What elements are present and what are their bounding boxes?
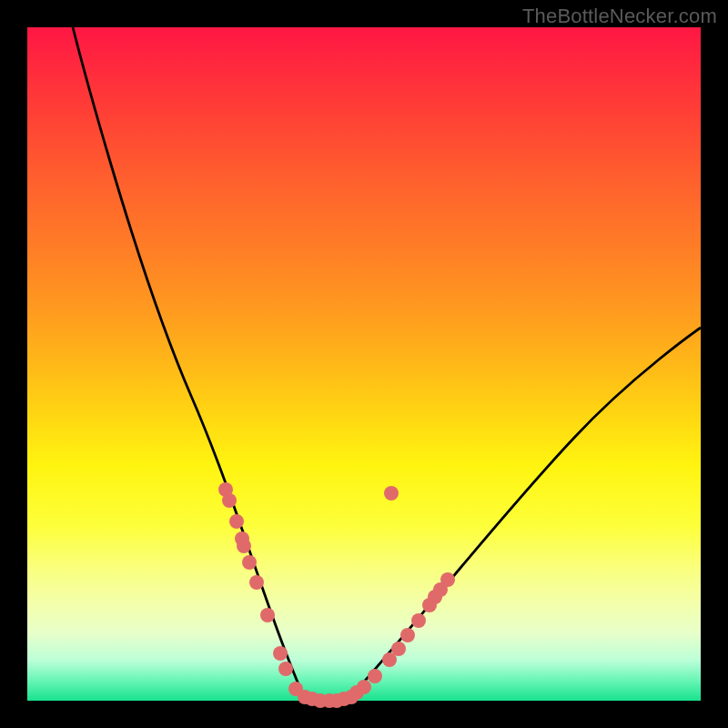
marker-dot	[229, 514, 244, 529]
marker-dot	[440, 572, 455, 587]
watermark-text: TheBottleNecker.com	[522, 5, 717, 28]
marker-dot	[384, 486, 399, 500]
marker-dot	[249, 575, 264, 590]
bottleneck-curve	[73, 27, 701, 703]
marker-dot	[242, 555, 257, 570]
marker-dot	[260, 608, 275, 622]
marker-dot	[400, 628, 415, 642]
marker-dot	[411, 613, 426, 628]
plot-area	[27, 27, 701, 701]
marker-dot	[273, 646, 288, 661]
marker-group	[218, 482, 455, 708]
chart-frame: TheBottleNecker.com	[0, 0, 728, 728]
marker-dot	[278, 662, 293, 676]
marker-dot	[222, 493, 237, 508]
marker-dot	[237, 539, 251, 553]
chart-svg	[27, 27, 701, 701]
marker-dot	[368, 669, 382, 683]
marker-dot	[391, 642, 406, 656]
marker-dot	[357, 680, 371, 694]
